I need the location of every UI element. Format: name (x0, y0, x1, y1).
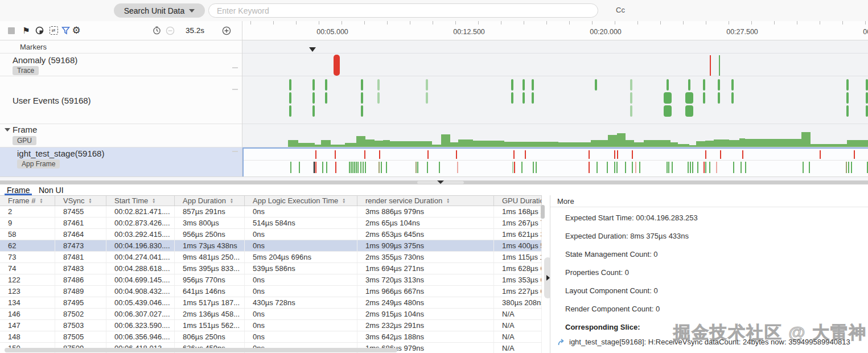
table-cell: 0ns (245, 309, 357, 319)
table-cell: 3ms 886µs 979ns (357, 206, 494, 217)
frame-duration-bar (288, 140, 298, 147)
table-cell: N/A (494, 343, 542, 353)
column-header[interactable]: GPU Duration (494, 196, 542, 206)
table-cell: 87473 (55, 240, 106, 251)
frame-duration-bar (714, 139, 729, 147)
sort-icon[interactable] (89, 198, 92, 204)
match-case-toggle[interactable]: Cc (616, 6, 625, 14)
timeline-ruler[interactable]: 00:05.00000:12.50000:20.00000:27.50000:3… (242, 21, 868, 40)
settings-button[interactable]: ⚙ (69, 21, 83, 40)
user-event-mark (703, 79, 705, 91)
table-row[interactable]: 748748300:04.288.618....5ms 395µs 833...… (0, 263, 542, 274)
table-row[interactable]: 588746400:03.292.415....956µs 250ns0ns2m… (0, 229, 542, 240)
table-row[interactable]: 28745500:02.821.471....857µs 291ns0ns3ms… (0, 206, 542, 217)
select-range-button[interactable]: ⇄ (47, 21, 60, 40)
row-grip[interactable] (232, 89, 238, 90)
horizontal-scrollbar[interactable] (5, 348, 397, 352)
app-frame-slice-mark (536, 162, 537, 173)
slice-row: ight_test_stage[59168]: H:ReceiveVsync d… (557, 338, 868, 346)
table-row[interactable]: 1348749500:05.439.046....1ms 517µs 187..… (0, 297, 542, 309)
app-frame-slice-mark (589, 162, 590, 173)
reset-zoom-button[interactable] (150, 21, 163, 40)
table-row[interactable]: 1238748900:04.908.432....641µs 146ns0ns1… (0, 286, 542, 297)
track-label-app-frame[interactable]: ight_test_stage(59168) App Frame (0, 147, 242, 177)
frame-label: Frame (13, 125, 37, 134)
sort-icon[interactable] (39, 198, 43, 204)
app-frame-slice-mark (741, 162, 742, 173)
ruler-tick (569, 21, 570, 24)
table-row[interactable]: 628747300:04.196.830....1ms 73µs 438ns0n… (0, 240, 542, 252)
user-event-mark (703, 92, 705, 104)
markers-track[interactable] (242, 40, 868, 54)
column-header[interactable]: Start Time (106, 196, 175, 206)
sort-icon[interactable] (230, 198, 233, 204)
anomaly-mark[interactable] (334, 55, 340, 76)
table-row[interactable]: 98746100:02.873.426....3ms 800µs514µs 58… (0, 217, 542, 229)
sort-icon[interactable] (342, 198, 345, 204)
user-event-mark (866, 79, 868, 91)
table-cell: 3ms 800µs (175, 217, 245, 228)
user-events-track[interactable] (242, 76, 868, 124)
column-header[interactable]: VSync (55, 196, 106, 206)
column-header[interactable]: Frame # (0, 196, 55, 206)
app-frame-slice-mark (668, 162, 669, 173)
collapse-triangle-icon[interactable] (5, 128, 10, 132)
stop-capture-button[interactable] (6, 21, 17, 40)
anomaly-track[interactable] (242, 54, 868, 76)
track-label-frame[interactable]: Frame GPU (0, 124, 242, 147)
user-event-mark (532, 92, 534, 104)
app-frame-track[interactable] (242, 147, 868, 177)
profiler-window: Search Unit Data Cc ⚑ ⇄ ⚙ 35.2s 00:05.00… (0, 0, 868, 353)
table-cell: 956µs 770ns (175, 274, 245, 285)
sort-icon[interactable] (446, 198, 450, 204)
row-grip[interactable] (232, 151, 238, 152)
ruler-tick (820, 21, 820, 24)
column-header[interactable]: render service Duration (357, 196, 494, 206)
track-label-user-events[interactable]: User Events (59168) (0, 76, 242, 124)
flag-button[interactable]: ⚑ (20, 21, 32, 40)
anomaly-mark[interactable] (710, 55, 711, 76)
app-frame-slice-mark (457, 162, 458, 173)
ruler-tick (319, 21, 319, 24)
zoom-time-label: 35.2s (186, 21, 204, 40)
zoom-in-button[interactable] (220, 21, 233, 40)
table-row[interactable]: 738748100:04.274.041....9ms 481µs 250...… (0, 252, 542, 263)
jump-to-slice-icon[interactable] (557, 338, 565, 346)
track-label-markers[interactable]: Markers (0, 40, 242, 54)
anomaly-mark[interactable] (719, 55, 720, 76)
frame-duration-bar (696, 141, 705, 147)
table-row[interactable]: 1478750300:06.323.590....1ms 151µs 562..… (0, 320, 542, 331)
navigate-button[interactable] (33, 21, 46, 40)
track-label-anomaly[interactable]: Anomaly (59168) Trace (0, 54, 242, 76)
keyword-input[interactable] (208, 3, 598, 18)
row-grip[interactable] (232, 67, 238, 68)
tab-non-ui[interactable]: Non UI (39, 186, 64, 195)
panel-divider[interactable] (0, 180, 868, 184)
frame-duration-bar (745, 139, 801, 147)
column-header[interactable]: App Duration (175, 196, 245, 206)
track-canvas[interactable] (242, 40, 868, 180)
user-event-mark (866, 92, 868, 104)
frame-duration-bar (739, 138, 745, 147)
table-cell: 3ms 720µs 313ns (357, 274, 494, 285)
search-unit-dropdown[interactable]: Search Unit Data (114, 3, 205, 18)
trace-marker-icon[interactable] (309, 47, 316, 52)
sort-icon[interactable] (152, 198, 155, 204)
table-row[interactable]: 1488750500:06.356.946....806µs 250ns0ns3… (0, 331, 542, 343)
table-body: 28745500:02.821.471....857µs 291ns0ns3ms… (0, 206, 542, 353)
table-cell: 00:04.699.145.... (106, 274, 175, 285)
vertical-scrollbar[interactable] (541, 205, 545, 219)
app-frame-slice-mark (439, 162, 440, 173)
zoom-out-button[interactable] (164, 21, 176, 40)
detail-item: Layout Component Count: 0 (565, 286, 868, 295)
table-row[interactable]: 1468750200:06.307.027....2ms 136µs 458..… (0, 309, 542, 320)
column-header[interactable]: App Logic Execution Time (245, 196, 357, 206)
user-event-mark (718, 79, 720, 91)
frame-duration-bar (608, 135, 617, 147)
gpu-frame-chart[interactable] (242, 124, 868, 147)
user-event-mark (377, 79, 380, 91)
table-row[interactable]: 1228748600:04.699.145....956µs 770ns0ns3… (0, 274, 542, 286)
app-frame-slice-mark (809, 162, 810, 173)
frame-duration-bar (315, 145, 321, 147)
table-cell: 00:02.873.426.... (106, 217, 175, 228)
